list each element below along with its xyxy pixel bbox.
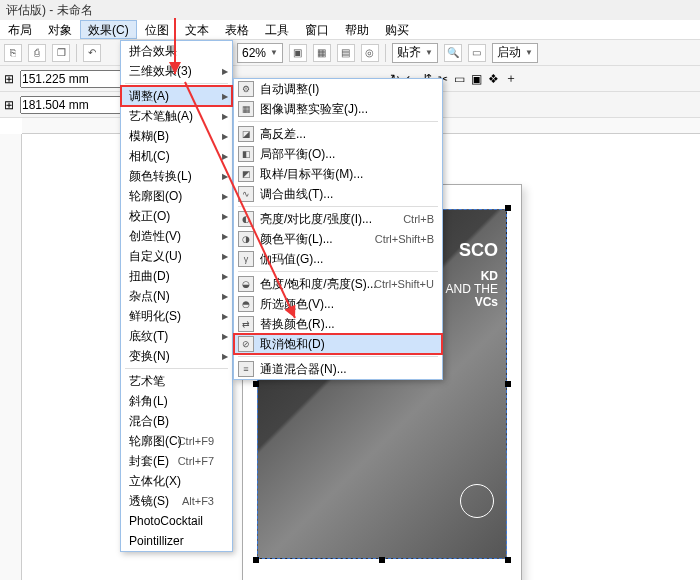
adjust-item[interactable]: ◪高反差... — [234, 124, 442, 144]
effects-item[interactable]: 透镜(S)Alt+F3 — [121, 491, 232, 511]
adjust-item[interactable]: ◒色度/饱和度/亮度(S)...Ctrl+Shift+U — [234, 274, 442, 294]
menu-item-label: 局部平衡(O)... — [260, 146, 335, 163]
menu-item-label: 取消饱和(D) — [260, 336, 325, 353]
selection-handle[interactable] — [379, 557, 385, 563]
snap-label: 贴齐 — [397, 44, 421, 61]
selection-handle[interactable] — [253, 381, 259, 387]
adjust-item[interactable]: ≡通道混合器(N)... — [234, 359, 442, 379]
effects-item[interactable]: 轮廓图(C)Ctrl+F9 — [121, 431, 232, 451]
effects-item[interactable]: 变换(N)▶ — [121, 346, 232, 366]
zoom-combo[interactable]: 62% ▼ — [237, 43, 283, 63]
selection-handle[interactable] — [505, 381, 511, 387]
undo-icon[interactable]: ↶ — [83, 44, 101, 62]
menu-object[interactable]: 对象 — [40, 20, 80, 39]
menu-tools[interactable]: 工具 — [257, 20, 297, 39]
effects-item[interactable]: 艺术笔 — [121, 371, 232, 391]
layers-icon[interactable]: ❖ — [488, 72, 499, 86]
search-icon[interactable]: 🔍 — [444, 44, 462, 62]
effects-item[interactable]: 封套(E)Ctrl+F7 — [121, 451, 232, 471]
menu-item-label: 通道混合器(N)... — [260, 361, 347, 378]
adjust-item[interactable]: ◑颜色平衡(L)...Ctrl+Shift+B — [234, 229, 442, 249]
menu-item-icon: ⇄ — [238, 316, 254, 332]
adjust-item[interactable]: ◧局部平衡(O)... — [234, 144, 442, 164]
fullscreen-icon[interactable]: ▣ — [289, 44, 307, 62]
menu-item-icon: ▦ — [238, 101, 254, 117]
submenu-arrow-icon: ▶ — [222, 332, 228, 341]
effects-item[interactable]: Pointillizer — [121, 531, 232, 551]
add-icon[interactable]: ＋ — [505, 70, 517, 87]
effects-item[interactable]: 创造性(V)▶ — [121, 226, 232, 246]
adjust-item[interactable]: ⇄替换颜色(R)... — [234, 314, 442, 334]
import-icon[interactable]: ⎘ — [4, 44, 22, 62]
snap-combo[interactable]: 贴齐 ▼ — [392, 43, 438, 63]
menu-buy[interactable]: 购买 — [377, 20, 417, 39]
adjust-item[interactable]: ∿调合曲线(T)... — [234, 184, 442, 204]
menu-item-label: 所选颜色(V)... — [260, 296, 334, 313]
effects-item[interactable]: 立体化(X) — [121, 471, 232, 491]
menu-text[interactable]: 文本 — [177, 20, 217, 39]
adjust-item[interactable]: ⚙自动调整(I) — [234, 79, 442, 99]
shortcut-label: Ctrl+F9 — [178, 435, 214, 447]
shortcut-label: Alt+F3 — [182, 495, 214, 507]
menu-item-label: 调合曲线(T)... — [260, 186, 333, 203]
grid-icon[interactable]: ▦ — [313, 44, 331, 62]
effects-item[interactable]: 轮廓图(O)▶ — [121, 186, 232, 206]
effects-item[interactable]: 艺术笔触(A)▶ — [121, 106, 232, 126]
effects-item[interactable]: PhotoCocktail — [121, 511, 232, 531]
submenu-arrow-icon: ▶ — [222, 92, 228, 101]
submenu-arrow-icon: ▶ — [222, 212, 228, 221]
selection-handle[interactable] — [505, 205, 511, 211]
effects-item[interactable]: 拼合效果 — [121, 41, 232, 61]
wrap-icon[interactable]: ▣ — [471, 72, 482, 86]
effects-item[interactable]: 三维效果(3)▶ — [121, 61, 232, 81]
menu-effects[interactable]: 效果(C) — [80, 20, 137, 39]
adjust-item[interactable]: ◩取样/目标平衡(M)... — [234, 164, 442, 184]
standard-toolbar: ⎘ ⎙ ❐ ↶ 62% ▼ ▣ ▦ ▤ ◎ 贴齐 ▼ 🔍 ▭ 启动 ▼ — [0, 40, 700, 66]
effects-item[interactable]: 混合(B) — [121, 411, 232, 431]
adjust-item[interactable]: ◓所选颜色(V)... — [234, 294, 442, 314]
copy-icon[interactable]: ❐ — [52, 44, 70, 62]
selection-handle[interactable] — [253, 557, 259, 563]
menu-item-icon: ⊘ — [238, 336, 254, 352]
effects-item[interactable]: 鲜明化(S)▶ — [121, 306, 232, 326]
effects-item[interactable]: 自定义(U)▶ — [121, 246, 232, 266]
submenu-arrow-icon: ▶ — [222, 252, 228, 261]
show-icon[interactable]: ◎ — [361, 44, 379, 62]
menu-window[interactable]: 窗口 — [297, 20, 337, 39]
menu-separator — [125, 83, 228, 84]
adjust-item[interactable]: ◐亮度/对比度/强度(I)...Ctrl+B — [234, 209, 442, 229]
menu-item-icon: ◒ — [238, 276, 254, 292]
chevron-down-icon: ▼ — [525, 48, 533, 57]
chevron-down-icon: ▼ — [425, 48, 433, 57]
effects-item[interactable]: 扭曲(D)▶ — [121, 266, 232, 286]
options-icon[interactable]: ▭ — [468, 44, 486, 62]
launch-combo[interactable]: 启动 ▼ — [492, 43, 538, 63]
menu-layout[interactable]: 布局 — [0, 20, 40, 39]
guides-icon[interactable]: ▤ — [337, 44, 355, 62]
menu-separator — [125, 368, 228, 369]
trace-icon[interactable]: ▭ — [454, 72, 465, 86]
effects-item[interactable]: 斜角(L) — [121, 391, 232, 411]
effects-item[interactable]: 杂点(N)▶ — [121, 286, 232, 306]
menu-item-label: 高反差... — [260, 126, 306, 143]
window-title: 评估版) - 未命名 — [0, 0, 700, 20]
menu-item-icon: ◐ — [238, 211, 254, 227]
effects-item[interactable]: 相机(C)▶ — [121, 146, 232, 166]
adjust-item[interactable]: ⊘取消饱和(D) — [234, 334, 442, 354]
adjust-item[interactable]: γ伽玛值(G)... — [234, 249, 442, 269]
effects-item[interactable]: 校正(O)▶ — [121, 206, 232, 226]
effects-item[interactable]: 颜色转换(L)▶ — [121, 166, 232, 186]
adjust-item[interactable]: ▦图像调整实验室(J)... — [234, 99, 442, 119]
submenu-arrow-icon: ▶ — [222, 132, 228, 141]
export-icon[interactable]: ⎙ — [28, 44, 46, 62]
menu-item-icon: γ — [238, 251, 254, 267]
menu-item-label: 伽玛值(G)... — [260, 251, 323, 268]
effects-item[interactable]: 底纹(T)▶ — [121, 326, 232, 346]
shortcut-label: Ctrl+Shift+B — [375, 233, 434, 245]
menu-help[interactable]: 帮助 — [337, 20, 377, 39]
effects-item[interactable]: 调整(A)▶ — [121, 86, 232, 106]
selection-handle[interactable] — [505, 557, 511, 563]
menu-bitmap[interactable]: 位图 — [137, 20, 177, 39]
menu-table[interactable]: 表格 — [217, 20, 257, 39]
effects-item[interactable]: 模糊(B)▶ — [121, 126, 232, 146]
